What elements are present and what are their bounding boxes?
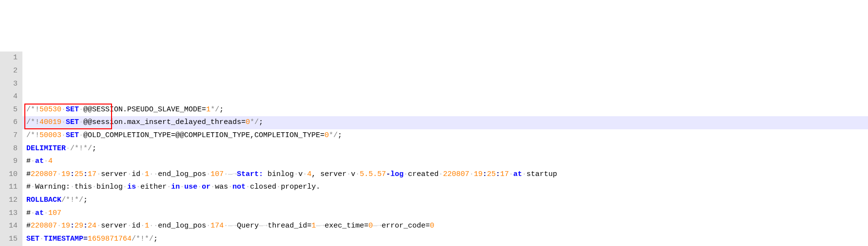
token: - — [386, 170, 391, 178]
line-number: 7 — [3, 129, 18, 142]
token: : — [70, 170, 75, 178]
token: · — [522, 170, 527, 178]
token: 50003 — [39, 131, 61, 140]
token: at — [35, 209, 44, 217]
token: 5.5.57 — [360, 170, 386, 178]
code-line[interactable]: /*!40019·SET·@@session.max_insert_delaye… — [26, 116, 868, 129]
line-number: 15 — [3, 233, 18, 246]
token: ; — [92, 144, 96, 153]
token: ; — [338, 131, 342, 140]
line-number: 6 — [3, 116, 18, 129]
token: 107 — [210, 170, 224, 178]
token: · — [57, 170, 61, 178]
line-number: 14 — [3, 220, 18, 233]
token: SET — [26, 235, 39, 243]
token: use — [184, 183, 197, 191]
code-line[interactable]: SET·TIMESTAMP=1659871764/*!*/; — [26, 233, 868, 246]
token: 0 — [430, 222, 434, 230]
code-line[interactable]: ROLLBACK/*!*/; — [26, 194, 868, 207]
token: DELIMITER — [26, 144, 66, 153]
token: · — [149, 170, 153, 178]
token: /*!*/ — [132, 235, 153, 243]
code-line[interactable]: #220807·19:25:17·server·id·1··end_log_po… — [26, 168, 868, 181]
token: exec_time= — [324, 222, 368, 230]
token: # — [26, 183, 31, 191]
line-number: 9 — [3, 155, 18, 168]
token: at — [513, 170, 522, 178]
token: —→ — [259, 222, 267, 230]
token: · — [245, 183, 250, 191]
token: · — [44, 209, 48, 217]
code-line[interactable]: #·at·107 — [26, 207, 868, 220]
token: · — [224, 170, 228, 178]
token: log — [391, 170, 404, 178]
token: is — [127, 183, 136, 191]
token: · — [31, 209, 35, 217]
token: v — [351, 170, 355, 178]
line-number: 5 — [3, 104, 18, 117]
token: 220807 — [443, 170, 470, 178]
token: 107 — [48, 209, 61, 217]
token: = — [83, 235, 88, 243]
token: · — [224, 222, 228, 230]
token: · — [206, 222, 210, 230]
token: Warning: — [35, 183, 70, 191]
token: @@SESSION.PSEUDO_SLAVE_MODE= — [83, 105, 206, 114]
token: id — [132, 170, 140, 178]
token: · — [79, 118, 83, 126]
token: · — [404, 170, 408, 178]
token: ; — [153, 235, 158, 243]
token: · — [61, 131, 66, 140]
code-line[interactable]: DELIMITER·/*!*/; — [26, 142, 868, 156]
token: SET — [66, 118, 79, 126]
code-editor[interactable]: 12345678910111213141516171819 /*!50530·S… — [0, 52, 868, 246]
token: 19 — [474, 170, 483, 178]
token: */ — [210, 105, 219, 114]
line-number: 3 — [3, 78, 18, 91]
token: end_log_pos — [158, 170, 206, 178]
token: : — [83, 170, 88, 178]
token: @OLD_COMPLETION_TYPE=@@COMPLETION_TYPE,C… — [83, 131, 324, 140]
code-area[interactable]: /*!50530·SET·@@SESSION.PSEUDO_SLAVE_MODE… — [22, 52, 868, 246]
token: either — [140, 183, 167, 191]
line-number: 10 — [3, 168, 18, 181]
token: not — [232, 183, 245, 191]
token: this — [75, 183, 92, 191]
token: or — [202, 183, 210, 191]
token: ; — [259, 118, 263, 126]
token: · — [70, 183, 75, 191]
token: 174 — [210, 222, 224, 230]
token: 50530 — [39, 105, 61, 114]
token: /*! — [26, 105, 39, 114]
code-line[interactable]: #220807·19:29:24·server·id·1··end_log_po… — [26, 220, 868, 233]
line-number: 2 — [3, 65, 18, 78]
code-line[interactable]: /*!50003·SET·@OLD_COMPLETION_TYPE=@@COMP… — [26, 129, 868, 142]
token: : — [496, 170, 500, 178]
token: 220807 — [31, 222, 57, 230]
code-line[interactable]: #·at·4 — [26, 155, 868, 168]
token: at — [35, 157, 44, 165]
token: properly. — [281, 183, 320, 191]
token: · — [136, 183, 140, 191]
token: server — [316, 170, 346, 178]
token: # — [26, 222, 31, 230]
token: 40019 — [39, 118, 61, 126]
code-line[interactable]: /*!50530·SET·@@SESSION.PSEUDO_SLAVE_MODE… — [26, 104, 868, 117]
token: binlog — [96, 183, 123, 191]
token: Start: — [237, 170, 263, 178]
token: server — [101, 170, 127, 178]
token: : — [70, 222, 75, 230]
token: : — [483, 170, 487, 178]
token: · — [96, 222, 101, 230]
token: · — [66, 144, 70, 153]
token: SET — [66, 105, 79, 114]
code-line[interactable]: #·Warning:·this·binlog·is·either·in·use·… — [26, 181, 868, 194]
token: /*!*/ — [70, 144, 92, 153]
token: /*! — [26, 118, 39, 126]
token: · — [79, 105, 83, 114]
token: 1 — [145, 222, 149, 230]
token: · — [149, 222, 153, 230]
token: 25 — [75, 170, 83, 178]
token: · — [92, 183, 96, 191]
token: —→ — [228, 222, 237, 230]
